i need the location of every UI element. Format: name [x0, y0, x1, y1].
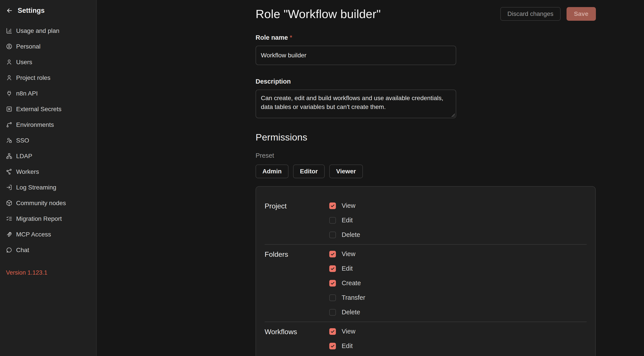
checkbox-label[interactable]: Edit [342, 217, 353, 224]
checkbox[interactable] [329, 328, 336, 335]
perm-row-project-view: View [329, 202, 586, 209]
checkbox-label[interactable]: Delete [342, 231, 360, 238]
sidebar-item-ldap[interactable]: LDAP [0, 148, 96, 164]
checkbox-label[interactable]: View [342, 250, 355, 258]
sidebar-item-label: Usage and plan [16, 27, 59, 34]
chat-bubble-icon [6, 247, 12, 253]
checkbox-label[interactable]: Edit [342, 342, 353, 350]
sidebar-item-usage-and-plan[interactable]: Usage and plan [0, 23, 96, 39]
preset-admin-button[interactable]: Admin [256, 165, 288, 178]
sidebar-item-label: Log Streaming [16, 184, 56, 191]
perm-row-project-edit: Edit [329, 217, 586, 224]
share-nodes-icon [6, 169, 12, 175]
sidebar-item-n8n-api[interactable]: n8n API [0, 86, 96, 101]
perm-group-title: Project [264, 202, 329, 238]
sidebar-title: Settings [18, 6, 44, 14]
sidebar-item-label: MCP Access [16, 231, 51, 238]
checkbox-label[interactable]: Edit [342, 265, 353, 272]
save-button[interactable]: Save [566, 7, 596, 21]
preset-editor-button[interactable]: Editor [293, 165, 325, 178]
sidebar-item-label: Workers [16, 168, 39, 175]
chart-column-icon [6, 27, 12, 34]
main-content: Role "Workflow builder" Discard changes … [97, 0, 644, 356]
checkbox-label[interactable]: View [342, 328, 355, 335]
git-branch-icon [6, 121, 12, 128]
sidebar-item-external-secrets[interactable]: External Secrets [0, 101, 96, 117]
sidebar-item-label: Project roles [16, 74, 50, 81]
checkbox[interactable] [329, 265, 336, 272]
sidebar-item-workers[interactable]: Workers [0, 164, 96, 180]
sidebar-item-label: Migration Report [16, 215, 62, 222]
sidebar-item-log-streaming[interactable]: Log Streaming [0, 180, 96, 195]
group-divider [264, 244, 586, 245]
sidebar-item-migration-report[interactable]: Migration Report [0, 211, 96, 227]
sidebar-item-personal[interactable]: Personal [0, 39, 96, 54]
version-label: Version 1.123.1 [0, 269, 96, 276]
sidebar-item-label: Environments [16, 121, 54, 128]
user-icon [6, 74, 12, 81]
checkbox[interactable] [329, 232, 336, 238]
perm-group-title: Folders [264, 250, 329, 316]
checkbox[interactable] [329, 217, 336, 224]
perm-group-workflows: Workflows View Edit Create [264, 328, 586, 356]
sidebar-item-chat[interactable]: Chat [0, 242, 96, 258]
sidebar-item-label: External Secrets [16, 106, 61, 113]
perm-row-folders-transfer: Transfer [329, 294, 586, 301]
plug-icon [6, 90, 12, 97]
user-icon [6, 59, 12, 65]
sidebar-item-label: Users [16, 59, 32, 66]
checkbox[interactable] [329, 343, 336, 350]
page-title: Role "Workflow builder" [256, 7, 381, 21]
log-stream-icon [6, 184, 12, 191]
settings-sidebar: Settings Usage and plan Personal Users P… [0, 0, 97, 356]
checkbox[interactable] [329, 295, 336, 301]
perm-group-title: Workflows [264, 328, 329, 356]
checkbox[interactable] [329, 280, 336, 287]
sidebar-item-environments[interactable]: Environments [0, 117, 96, 133]
user-lock-icon [6, 137, 12, 144]
checkbox-label[interactable]: Delete [342, 309, 360, 316]
vault-icon [6, 106, 12, 112]
sidebar-item-project-roles[interactable]: Project roles [0, 70, 96, 86]
sidebar-item-label: Community nodes [16, 200, 66, 207]
user-circle-icon [6, 43, 12, 50]
sidebar-item-label: SSO [16, 137, 29, 144]
checkbox[interactable] [329, 251, 336, 257]
sidebar-item-label: Personal [16, 43, 40, 50]
permissions-card: Project View Edit Delete Folders [256, 186, 596, 356]
mcp-icon [6, 231, 12, 238]
sidebar-item-label: n8n API [16, 90, 38, 97]
sidebar-item-label: Chat [16, 247, 29, 254]
checkbox-label[interactable]: View [342, 202, 355, 209]
perm-row-folders-create: Create [329, 280, 586, 287]
arrow-left-icon[interactable] [6, 7, 13, 14]
role-name-label: Role name * [256, 34, 596, 41]
sidebar-item-community-nodes[interactable]: Community nodes [0, 195, 96, 211]
network-icon [6, 153, 12, 159]
checkbox[interactable] [329, 203, 336, 209]
sidebar-item-mcp-access[interactable]: MCP Access [0, 227, 96, 242]
list-checks-icon [6, 216, 12, 222]
perm-row-workflows-view: View [329, 328, 586, 335]
perm-group-project: Project View Edit Delete [264, 202, 586, 238]
perm-row-folders-edit: Edit [329, 265, 586, 272]
preset-buttons: Admin Editor Viewer [256, 165, 596, 178]
checkbox-label[interactable]: Create [342, 280, 361, 287]
preset-label: Preset [256, 152, 596, 159]
required-asterisk: * [290, 34, 292, 41]
perm-row-project-delete: Delete [329, 231, 586, 238]
checkbox[interactable] [329, 309, 336, 316]
sidebar-item-users[interactable]: Users [0, 54, 96, 70]
sidebar-item-sso[interactable]: SSO [0, 133, 96, 148]
perm-row-folders-delete: Delete [329, 309, 586, 316]
checkbox-label[interactable]: Transfer [342, 294, 365, 301]
perm-row-folders-view: View [329, 250, 586, 258]
role-name-input[interactable] [256, 46, 456, 65]
discard-changes-button[interactable]: Discard changes [500, 7, 560, 21]
description-textarea[interactable]: Can create, edit and build workflows and… [256, 89, 456, 118]
package-icon [6, 200, 12, 206]
description-label: Description [256, 78, 596, 85]
sidebar-item-label: LDAP [16, 153, 32, 160]
permissions-heading: Permissions [256, 132, 596, 143]
preset-viewer-button[interactable]: Viewer [329, 165, 363, 178]
